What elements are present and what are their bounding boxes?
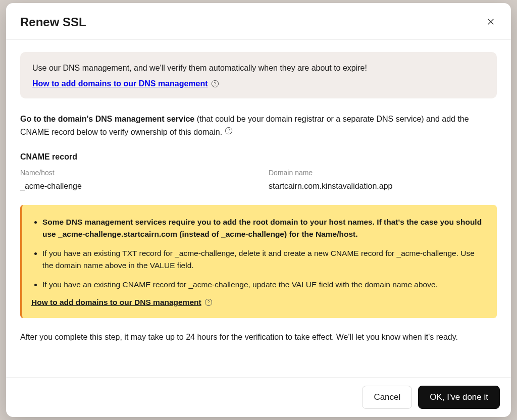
bottom-note: After you complete this step, it may tak… (20, 331, 497, 343)
name-host-label: Name/host (20, 169, 248, 177)
domain-name-value: startcairn.com.kinstavalidation.app (269, 182, 497, 191)
cancel-button[interactable]: Cancel (362, 386, 412, 409)
domain-name-column: Domain name startcairn.com.kinstavalidat… (269, 169, 497, 191)
help-icon (211, 80, 219, 88)
banner-text: Use our DNS management, and we'll verify… (32, 62, 485, 74)
help-icon (204, 298, 213, 306)
link-label: How to add domains to our DNS management (31, 298, 201, 307)
warning-list: Some DNS management services require you… (31, 216, 484, 291)
dns-management-link[interactable]: How to add domains to our DNS management (31, 298, 213, 307)
close-button[interactable] (485, 16, 497, 29)
name-host-column: Name/host _acme-challenge (20, 169, 248, 191)
close-icon (487, 18, 495, 27)
modal-body: Use our DNS management, and we'll verify… (6, 40, 511, 377)
modal-header: Renew SSL (6, 3, 511, 40)
warning-item: If you have an existing CNAME record for… (42, 279, 484, 291)
dns-management-link[interactable]: How to add domains to our DNS management (32, 79, 219, 88)
svg-point-5 (208, 304, 209, 304)
warning-item: If you have an existing TXT record for _… (42, 247, 484, 272)
domain-name-label: Domain name (269, 169, 497, 177)
instruction-bold: Go to the domain's DNS management servic… (20, 115, 194, 123)
confirm-button[interactable]: OK, I've done it (418, 386, 500, 409)
dns-info-banner: Use our DNS management, and we'll verify… (20, 52, 497, 98)
link-label: How to add domains to our DNS management (32, 79, 208, 88)
cname-record-row: Name/host _acme-challenge Domain name st… (20, 169, 497, 191)
svg-point-3 (228, 132, 229, 133)
help-icon[interactable] (225, 127, 233, 135)
name-host-value: _acme-challenge (20, 182, 248, 191)
warning-box: Some DNS management services require you… (20, 205, 497, 318)
modal-footer: Cancel OK, I've done it (6, 377, 511, 417)
renew-ssl-modal: Renew SSL Use our DNS management, and we… (6, 3, 511, 417)
instruction-text: Go to the domain's DNS management servic… (20, 113, 497, 138)
cname-record-label: CNAME record (20, 152, 497, 162)
svg-point-1 (215, 85, 215, 86)
warning-item: Some DNS management services require you… (42, 216, 484, 240)
modal-title: Renew SSL (20, 15, 86, 29)
